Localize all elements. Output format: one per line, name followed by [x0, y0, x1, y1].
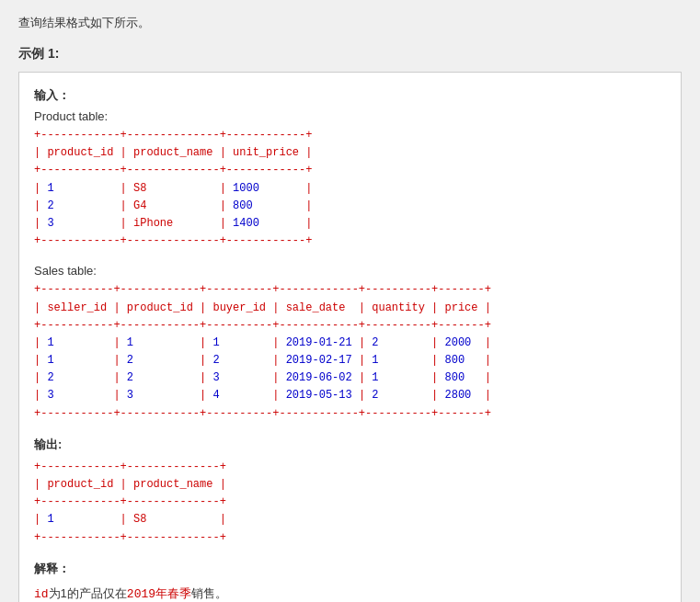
exp-line-1: id为1的产品仅在2019年春季销售。: [34, 583, 666, 602]
example-section: 示例 1: 输入： Product table: +------------+-…: [18, 46, 682, 602]
explanation-label: 解释：: [34, 561, 666, 577]
intro-text: 查询结果格式如下所示。: [18, 15, 682, 31]
output-table: +------------+--------------+ | product_…: [34, 459, 666, 547]
product-table: +------------+--------------+-----------…: [34, 127, 666, 250]
main-box: 输入： Product table: +------------+-------…: [18, 72, 682, 602]
explanation-content: id为1的产品仅在2019年春季销售。 id为2的产品在2019年春季销售，但也…: [34, 583, 666, 602]
example-title: 示例 1:: [18, 46, 682, 62]
input-label: 输入：: [34, 87, 666, 104]
output-label: 输出:: [34, 437, 666, 453]
product-table-label: Product table:: [34, 109, 666, 123]
sales-table-label: Sales table:: [34, 264, 666, 278]
sales-table: +-----------+------------+----------+---…: [34, 281, 666, 423]
